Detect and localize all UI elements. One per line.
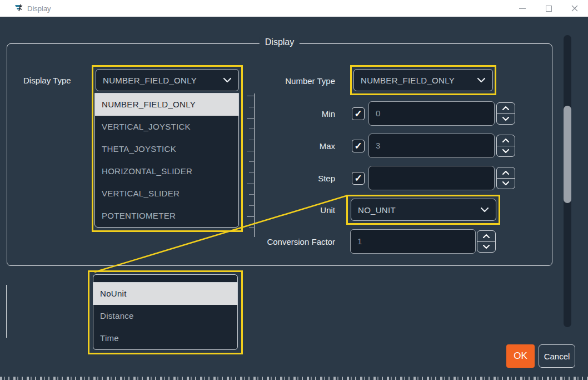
check-icon: ✓ — [354, 172, 362, 184]
ok-button[interactable]: OK — [506, 344, 535, 368]
unit-value: NO_UNIT — [358, 205, 477, 215]
minimize-icon — [519, 8, 526, 9]
check-icon: ✓ — [354, 140, 362, 152]
option-horizontal-slider[interactable]: HORIZONTAL_SLIDER — [95, 160, 238, 182]
chevron-down-icon — [477, 77, 486, 83]
minimize-button[interactable] — [510, 0, 535, 17]
conversion-factor-spin-up-button[interactable] — [477, 231, 495, 242]
chevron-down-icon — [502, 181, 510, 186]
number-type-label: Number Type — [232, 76, 335, 86]
step-checkbox[interactable]: ✓ — [352, 172, 365, 185]
chevron-up-icon — [482, 234, 490, 238]
min-spin-up-button[interactable] — [497, 103, 515, 114]
display-type-value: NUMBER_FIELD_ONLY — [103, 76, 220, 85]
option-potentiometer[interactable]: POTENTIOMETER — [95, 205, 238, 227]
clipped-text-row — [0, 377, 588, 380]
option-vertical-joystick[interactable]: VERTICAL_JOYSTICK — [95, 116, 238, 138]
window-title: Display — [27, 4, 51, 13]
chevron-up-icon — [502, 106, 510, 110]
chevron-up-icon — [502, 138, 510, 142]
display-type-label: Display Type — [23, 76, 71, 85]
chevron-down-icon — [480, 207, 489, 213]
scrollbar-thumb[interactable] — [564, 106, 571, 203]
option-vertical-slider[interactable]: VERTICAL_SLIDER — [95, 182, 238, 205]
display-type-popup: NUMBER_FIELD_ONLY VERTICAL_JOYSTICK THET… — [94, 93, 239, 228]
chevron-down-icon — [482, 245, 490, 249]
conversion-factor-spin-down-button[interactable] — [477, 242, 495, 253]
maximize-button[interactable] — [536, 0, 561, 17]
groupbox-legend: Display — [260, 37, 300, 47]
check-icon: ✓ — [354, 108, 362, 120]
close-button[interactable] — [562, 0, 587, 17]
step-spin-up-button[interactable] — [497, 167, 515, 179]
conversion-factor-label: Conversion Factor — [232, 237, 335, 246]
option-number-field-only[interactable]: NUMBER_FIELD_ONLY — [95, 93, 238, 116]
scrollbar-track[interactable] — [564, 35, 571, 327]
number-type-value: NUMBER_FIELD_ONLY — [361, 76, 474, 85]
chevron-up-icon — [502, 170, 510, 175]
max-input[interactable]: 3 — [368, 134, 495, 158]
unit-popup: NoUnit Distance Time — [93, 282, 238, 350]
conversion-factor-spinner — [477, 230, 496, 253]
min-input[interactable]: 0 — [368, 101, 495, 126]
max-spin-up-button[interactable] — [497, 135, 515, 146]
display-dialog: Display Display Display Typ — [0, 0, 588, 380]
option-distance[interactable]: Distance — [93, 305, 237, 327]
max-spin-down-button[interactable] — [497, 146, 515, 157]
number-type-combobox[interactable]: NUMBER_FIELD_ONLY — [353, 69, 493, 91]
cancel-button[interactable]: Cancel — [539, 344, 575, 368]
chevron-down-icon — [502, 149, 510, 154]
max-spinner — [496, 135, 515, 157]
unit-combobox[interactable]: NO_UNIT — [351, 199, 496, 221]
option-theta-joystick[interactable]: THETA_JOYSTICK — [95, 138, 238, 160]
chevron-down-icon — [502, 117, 510, 121]
vertical-slider-ruler — [245, 93, 255, 237]
slider-rail — [254, 93, 255, 237]
max-checkbox[interactable]: ✓ — [352, 140, 365, 152]
conversion-factor-input[interactable]: 1 — [350, 229, 476, 254]
title-bar: Display — [0, 0, 588, 17]
option-nounit[interactable]: NoUnit — [93, 283, 237, 305]
maximize-icon — [546, 6, 552, 12]
display-type-combobox[interactable]: NUMBER_FIELD_ONLY — [96, 69, 239, 91]
chevron-down-icon — [223, 77, 232, 83]
close-icon — [571, 5, 578, 12]
step-spin-down-button[interactable] — [497, 179, 515, 189]
min-checkbox[interactable]: ✓ — [352, 107, 365, 120]
app-logo-icon — [15, 4, 24, 13]
option-time[interactable]: Time — [93, 327, 237, 349]
min-spinner — [496, 102, 515, 125]
lower-groupbox-edge — [6, 285, 7, 338]
step-spinner — [496, 167, 515, 189]
min-spin-down-button[interactable] — [497, 114, 515, 125]
step-input[interactable] — [368, 166, 495, 190]
